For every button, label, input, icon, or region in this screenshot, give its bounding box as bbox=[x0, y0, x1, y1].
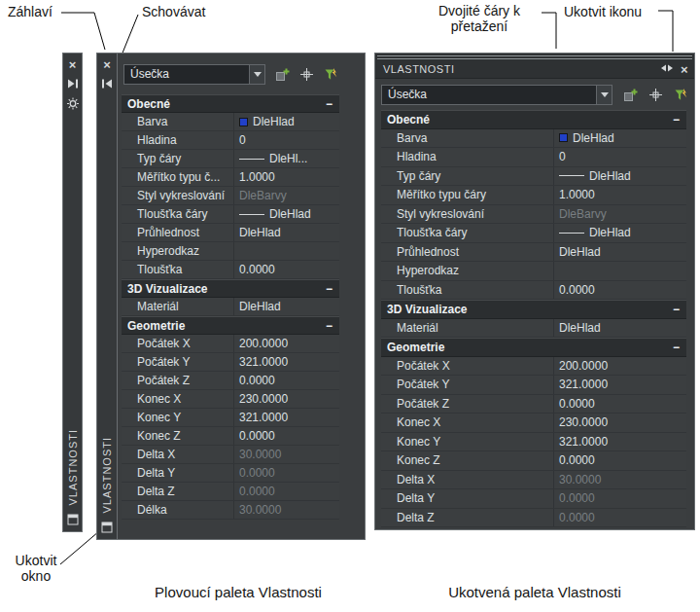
property-row[interactable]: Hladina0 bbox=[122, 131, 339, 150]
property-value[interactable]: 0.0000 bbox=[234, 483, 339, 500]
section-header[interactable]: Obecné− bbox=[381, 110, 686, 129]
section-header[interactable]: 3D Vizualizace− bbox=[381, 300, 686, 319]
section-header[interactable]: Obecné− bbox=[122, 94, 339, 113]
property-value[interactable]: 321.0000 bbox=[234, 409, 339, 426]
property-row[interactable]: Delta Z0.0000 bbox=[381, 509, 686, 528]
property-value[interactable]: 1.0000 bbox=[554, 186, 686, 204]
select-objects-icon[interactable] bbox=[648, 87, 663, 102]
dropdown-arrow-icon[interactable] bbox=[249, 65, 264, 84]
property-row[interactable]: Delta Y0.0000 bbox=[122, 464, 339, 483]
property-row[interactable]: Počátek X200.0000 bbox=[381, 357, 686, 377]
property-value[interactable]: 0.0000 bbox=[554, 395, 686, 414]
pickadd-toggle-icon[interactable] bbox=[622, 87, 638, 102]
property-row[interactable]: PrůhlednostDleHlad bbox=[381, 243, 686, 263]
collapsed-palette-titlebar[interactable]: × VLASTNOSTI bbox=[62, 53, 83, 532]
property-value[interactable]: 0.0000 bbox=[234, 427, 339, 445]
close-icon[interactable]: × bbox=[681, 63, 688, 76]
dock-window-icon[interactable] bbox=[101, 522, 113, 533]
property-value[interactable]: DleBarvy bbox=[234, 187, 339, 204]
property-row[interactable]: Delta Y0.0000 bbox=[381, 489, 686, 509]
property-row[interactable]: Tloušťka0.0000 bbox=[381, 281, 686, 301]
quick-select-icon[interactable] bbox=[673, 87, 688, 102]
property-value[interactable]: 0.0000 bbox=[234, 464, 339, 482]
property-row[interactable]: Styl vykreslováníDleBarvy bbox=[381, 205, 686, 225]
property-row[interactable]: Počátek Z0.0000 bbox=[122, 372, 339, 390]
property-row[interactable]: Počátek Y321.0000 bbox=[122, 353, 339, 372]
collapse-icon[interactable]: − bbox=[326, 97, 332, 111]
property-row[interactable]: Měřítko typu č...1.0000 bbox=[122, 168, 339, 187]
collapse-icon[interactable]: − bbox=[673, 113, 680, 126]
property-row[interactable]: Počátek X200.0000 bbox=[122, 335, 339, 353]
property-value[interactable]: 200.0000 bbox=[234, 335, 339, 352]
property-value[interactable]: DleHlad bbox=[554, 129, 686, 148]
property-value[interactable]: DleHl... bbox=[234, 150, 339, 167]
property-value[interactable]: 0 bbox=[554, 148, 686, 166]
section-header[interactable]: Geometrie− bbox=[381, 338, 686, 357]
property-value[interactable]: 321.0000 bbox=[554, 433, 686, 451]
property-value[interactable]: 0.0000 bbox=[554, 451, 686, 470]
property-row[interactable]: Konec Z0.0000 bbox=[122, 427, 339, 446]
property-value[interactable]: 0.0000 bbox=[234, 261, 339, 278]
property-value[interactable]: 1.0000 bbox=[234, 168, 339, 186]
property-row[interactable]: Tloušťka čáryDleHlad bbox=[381, 224, 686, 243]
property-value[interactable]: 30.0000 bbox=[554, 471, 686, 489]
property-value[interactable]: DleHlad bbox=[554, 319, 686, 338]
property-row[interactable]: Delta X30.0000 bbox=[381, 471, 686, 490]
property-row[interactable]: Delta Z0.0000 bbox=[122, 483, 339, 501]
property-row[interactable]: Počátek Y321.0000 bbox=[381, 376, 686, 395]
property-value[interactable]: 0.0000 bbox=[554, 281, 686, 300]
anchor-icon[interactable] bbox=[660, 63, 674, 75]
quick-select-icon[interactable] bbox=[323, 66, 338, 82]
property-value[interactable]: 0.0000 bbox=[554, 509, 686, 527]
property-row[interactable]: BarvaDleHlad bbox=[381, 129, 686, 149]
property-value[interactable]: DleHlad bbox=[234, 205, 339, 223]
collapse-icon[interactable]: − bbox=[326, 319, 332, 333]
property-value[interactable] bbox=[554, 262, 686, 280]
property-row[interactable]: Typ čáryDleHl... bbox=[122, 150, 339, 168]
property-row[interactable]: MateriálDleHlad bbox=[122, 298, 339, 316]
section-header[interactable]: 3D Vizualizace− bbox=[122, 279, 339, 298]
property-value[interactable]: 30.0000 bbox=[234, 446, 339, 463]
autohide-icon[interactable] bbox=[101, 78, 114, 90]
autohide-icon[interactable] bbox=[66, 78, 79, 90]
property-row[interactable]: Délka30.0000 bbox=[122, 501, 339, 520]
property-row[interactable]: Konec Z0.0000 bbox=[381, 451, 686, 471]
property-value[interactable]: 230.0000 bbox=[554, 414, 686, 432]
property-value[interactable]: DleHlad bbox=[554, 224, 686, 242]
property-row[interactable]: Hyperodkaz bbox=[122, 242, 339, 261]
property-row[interactable]: Konec Y321.0000 bbox=[381, 433, 686, 452]
section-header[interactable]: Geometrie− bbox=[122, 316, 339, 335]
property-row[interactable]: Tloušťka čáryDleHlad bbox=[122, 205, 339, 224]
collapse-icon[interactable]: − bbox=[673, 303, 680, 316]
property-row[interactable]: Počátek Z0.0000 bbox=[381, 395, 686, 414]
object-type-select[interactable]: Úsečka bbox=[123, 64, 265, 85]
property-row[interactable]: Konec X230.0000 bbox=[381, 414, 686, 433]
property-row[interactable]: Konec Y321.0000 bbox=[122, 409, 339, 427]
collapse-icon[interactable]: − bbox=[673, 341, 680, 354]
property-row[interactable]: Delta X30.0000 bbox=[122, 446, 339, 464]
property-value[interactable]: DleHlad bbox=[234, 224, 339, 241]
drag-grip-lines[interactable] bbox=[377, 55, 692, 59]
property-value[interactable]: DleBarvy bbox=[554, 205, 686, 224]
property-row[interactable]: BarvaDleHlad bbox=[122, 113, 339, 131]
property-row[interactable]: Styl vykreslováníDleBarvy bbox=[122, 187, 339, 205]
property-value[interactable]: 321.0000 bbox=[234, 353, 339, 371]
dropdown-arrow-icon[interactable] bbox=[596, 86, 612, 104]
dock-window-icon[interactable] bbox=[67, 514, 79, 525]
property-value[interactable]: 30.0000 bbox=[234, 501, 339, 519]
gear-icon[interactable] bbox=[66, 97, 79, 110]
property-value[interactable]: DleHlad bbox=[234, 113, 339, 130]
property-row[interactable]: Hyperodkaz bbox=[381, 262, 686, 281]
property-value[interactable]: 321.0000 bbox=[554, 376, 686, 394]
collapse-icon[interactable]: − bbox=[326, 282, 332, 296]
property-value[interactable]: 0.0000 bbox=[234, 372, 339, 389]
property-value[interactable]: 200.0000 bbox=[554, 357, 686, 376]
property-row[interactable]: Konec X230.0000 bbox=[122, 390, 339, 409]
property-value[interactable]: DleHlad bbox=[554, 243, 686, 262]
property-row[interactable]: Měřítko typu čáry1.0000 bbox=[381, 186, 686, 205]
close-icon[interactable]: × bbox=[103, 58, 111, 71]
object-type-select[interactable]: Úsečka bbox=[381, 85, 612, 105]
property-row[interactable]: Typ čáryDleHlad bbox=[381, 167, 686, 187]
property-value[interactable]: 0 bbox=[234, 131, 339, 149]
property-row[interactable]: Hladina0 bbox=[381, 148, 686, 167]
